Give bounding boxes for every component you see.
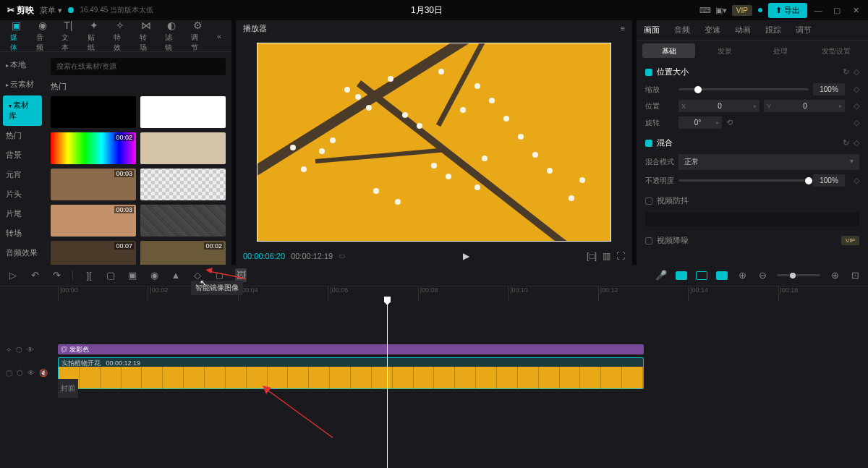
sidebar-item-cloud[interactable]: 云素材 — [0, 75, 45, 94]
subtab-hair[interactable]: 发型设置 — [809, 43, 862, 58]
select-tool-icon[interactable]: ▷ — [7, 270, 19, 281]
sidebar-item-local[interactable]: 本地 — [0, 55, 45, 75]
crop-icon[interactable]: ◻ — [213, 270, 225, 281]
compare-icon[interactable]: ▥ — [603, 251, 610, 261]
sidebar-item-outro[interactable]: 片尾 — [0, 204, 45, 224]
reset-icon[interactable]: ↻ — [843, 67, 849, 77]
sidebar-item-hot[interactable]: 热门 — [0, 126, 45, 145]
playhead[interactable] — [387, 301, 388, 468]
segment-2-icon[interactable] — [696, 271, 707, 280]
search-input[interactable]: 搜索在线素材/资源 — [51, 58, 226, 75]
sidebar-item-soundfx[interactable]: 音频效果 — [0, 243, 45, 263]
reset-icon[interactable]: ↻ — [843, 138, 849, 148]
shortcut-icon[interactable]: ⌨ — [700, 5, 710, 15]
export-button[interactable]: ⬆ 导出 — [768, 3, 807, 18]
sidebar-item-library[interactable]: ▾ 素材库 — [3, 95, 42, 126]
zoom-slider[interactable] — [777, 274, 820, 276]
keyframe-icon[interactable]: ◇ — [854, 118, 859, 127]
track-toggle[interactable]: ▢⬡👁🔇 — [3, 367, 48, 378]
menu-button[interactable]: 菜单 ▾ — [40, 5, 62, 16]
sidebar-item-intro[interactable]: 片头 — [0, 184, 45, 204]
layout-icon[interactable]: ▣▾ — [716, 5, 726, 15]
track-toggle[interactable]: ✧⬡👁 — [3, 344, 48, 355]
subtab-basic[interactable]: 基础 — [642, 43, 695, 58]
redo-icon[interactable]: ↷ — [51, 270, 62, 281]
tab-sticker[interactable]: ✦贴纸 — [82, 20, 106, 51]
check-icon[interactable] — [645, 69, 652, 76]
sidebar-item-trans[interactable]: 转场 — [0, 224, 45, 243]
media-thumb[interactable] — [51, 96, 136, 128]
fullscreen-icon[interactable]: ⛶ — [616, 251, 625, 261]
delete-left-icon[interactable]: ▢ — [105, 270, 116, 281]
split-icon[interactable]: ][ — [83, 270, 95, 281]
keyframe-icon[interactable]: ◇ — [854, 85, 859, 94]
position-x-input[interactable]: X0▸ — [678, 100, 760, 112]
timeline-ruler[interactable]: |00:00 |00:02 |00:04 |00:06 |00:08 |00:1… — [0, 286, 868, 301]
zoom-out-icon[interactable]: ⊖ — [757, 270, 768, 281]
subtab-process[interactable]: 处理 — [754, 43, 807, 58]
adjustment-clip[interactable]: ◎ 发彩色 — [58, 344, 644, 354]
timeline-tracks[interactable]: ✧⬡👁 ▢⬡👁🔇 ◎ 发彩色 实拍植物开花 00:00:12:19 封面 — [0, 301, 868, 468]
prop-tab-adjust[interactable]: 调节 — [788, 20, 819, 40]
segment-3-icon[interactable] — [716, 271, 728, 280]
media-thumb[interactable]: 00:02 — [51, 132, 136, 164]
tab-media[interactable]: ▣媒体 — [4, 20, 29, 51]
opacity-slider[interactable] — [678, 179, 809, 182]
media-thumb[interactable]: 00:07 — [51, 241, 136, 265]
cover-button[interactable]: 封面 — [58, 379, 78, 398]
blend-mode-dropdown[interactable]: 正常▾ — [678, 154, 859, 170]
media-thumb[interactable]: 00:03 — [51, 205, 136, 237]
subtab-bg[interactable]: 发景 — [698, 43, 751, 58]
video-clip[interactable]: 实拍植物开花 00:00:12:19 — [58, 357, 644, 389]
checkbox-icon[interactable] — [645, 197, 652, 205]
sidebar-item-bg[interactable]: 背景 — [0, 145, 45, 165]
keyframe-icon[interactable]: ◇ — [854, 101, 859, 111]
position-y-input[interactable]: Y0▸ — [764, 100, 845, 112]
rotation-input[interactable]: 0°▸ — [678, 116, 722, 129]
mirror-icon[interactable]: ▲ — [170, 270, 182, 281]
media-thumb[interactable] — [140, 169, 226, 200]
zoom-in-icon[interactable]: ⊕ — [829, 270, 841, 281]
prop-tab-anim[interactable]: 动画 — [728, 20, 758, 40]
preview-menu-icon[interactable]: ≡ — [621, 24, 625, 33]
rotate-icon[interactable]: ⟲ — [726, 118, 733, 127]
media-thumb[interactable]: 00:03 — [51, 169, 136, 200]
fit-icon[interactable]: ⊡ — [849, 270, 861, 281]
auto-icon[interactable]: ⊕ — [736, 270, 748, 281]
close-button[interactable]: ✕ — [851, 5, 861, 15]
check-icon[interactable] — [645, 140, 652, 147]
preview-viewport[interactable] — [236, 37, 632, 247]
media-thumb[interactable]: 00:02 — [140, 241, 226, 265]
play-button[interactable]: ▶ — [463, 251, 469, 261]
tab-effects[interactable]: ✧特效 — [108, 20, 132, 51]
minimize-button[interactable]: — — [813, 5, 823, 15]
scale-slider[interactable] — [678, 88, 809, 90]
media-thumb[interactable] — [140, 132, 226, 164]
undo-icon[interactable]: ↶ — [29, 270, 41, 281]
keyframe-icon[interactable]: ◇ — [854, 67, 859, 77]
sidebar-item-lantern[interactable]: 元宵 — [0, 165, 45, 184]
tab-adjust[interactable]: ⚙调节 — [185, 20, 210, 51]
vip-badge[interactable]: VIP — [732, 5, 752, 16]
media-thumb[interactable] — [140, 96, 226, 128]
prop-tab-track[interactable]: 跟踪 — [758, 20, 788, 40]
ratio-icon[interactable]: [□] — [587, 251, 597, 261]
opacity-input[interactable] — [813, 174, 845, 187]
checkbox-icon[interactable] — [645, 237, 652, 244]
tab-transition[interactable]: ⋈转场 — [134, 20, 158, 51]
loop-icon[interactable]: ▭ — [339, 252, 345, 260]
tab-text[interactable]: T|文本 — [56, 20, 80, 51]
prop-tab-speed[interactable]: 变速 — [697, 20, 728, 40]
tab-filter[interactable]: ◐滤镜 — [159, 20, 184, 51]
prop-tab-video[interactable]: 画面 — [637, 20, 667, 40]
collapse-icon[interactable]: « — [211, 20, 227, 51]
freeze-icon[interactable]: ◉ — [148, 270, 160, 281]
keyframe-icon[interactable]: ◇ — [854, 176, 859, 185]
mic-icon[interactable]: 🎤 — [655, 270, 667, 281]
prop-tab-audio[interactable]: 音频 — [667, 20, 697, 40]
media-thumb[interactable] — [140, 205, 226, 237]
delete-right-icon[interactable]: ▣ — [127, 270, 138, 281]
segment-1-icon[interactable] — [676, 271, 687, 280]
maximize-button[interactable]: ▢ — [832, 5, 842, 15]
keyframe-icon[interactable]: ◇ — [854, 138, 859, 148]
